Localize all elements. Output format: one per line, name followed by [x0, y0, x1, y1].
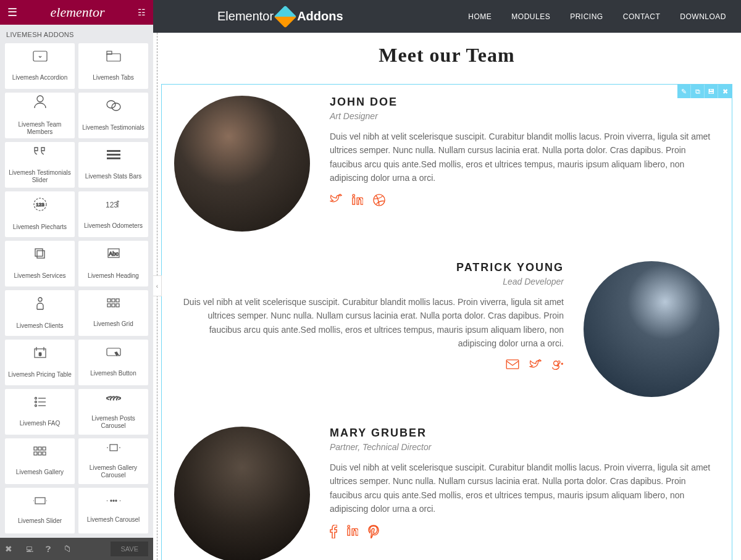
close-icon[interactable]: ✖	[5, 544, 12, 554]
collapse-sidebar-icon[interactable]: ‹	[153, 275, 162, 296]
svg-point-27	[35, 401, 36, 403]
svg-point-28	[35, 405, 36, 407]
widget-item[interactable]: Livemesh Accordion	[5, 43, 75, 89]
linkedin-icon[interactable]	[352, 194, 363, 209]
widget-label: Livemesh Slider	[15, 517, 64, 525]
nav-link[interactable]: HOME	[468, 12, 492, 21]
svg-rect-37	[35, 498, 45, 504]
widget-label: Livemesh Testimonials	[80, 124, 146, 132]
menu-icon[interactable]: ☰	[7, 6, 17, 19]
widget-label: Livemesh Posts Carousel	[78, 415, 148, 430]
member-info: PATRICK YOUNG Lead Developer Duis vel ni…	[174, 261, 564, 397]
widget-item[interactable]: Livemesh Grid	[78, 290, 148, 336]
nav-link[interactable]: PRICING	[570, 12, 603, 21]
heading-icon: Abc	[107, 248, 120, 267]
twitter-icon[interactable]	[529, 359, 542, 374]
gplus-icon[interactable]	[551, 359, 564, 374]
nav-link[interactable]: MODULES	[511, 12, 550, 21]
top-navigation: HOMEMODULESPRICINGCONTACTDOWNLOAD	[468, 12, 726, 21]
svg-point-47	[348, 525, 350, 527]
grid-icon	[107, 298, 120, 316]
linkedin-icon[interactable]	[347, 525, 358, 541]
save-section-icon[interactable]: 💾︎	[705, 85, 718, 98]
widget-item[interactable]: 123Livemesh Piecharts	[5, 191, 75, 237]
nav-link[interactable]: DOWNLOAD	[680, 12, 726, 21]
widget-item[interactable]: Livemesh Testimonials Slider	[5, 142, 75, 188]
widget-label: Livemesh Carousel	[85, 516, 143, 524]
desktop-icon[interactable]: 💻︎	[25, 544, 33, 554]
member-socials	[174, 359, 564, 374]
save-button[interactable]: SAVE	[111, 541, 148, 556]
edit-section-icon[interactable]: ✎	[677, 85, 691, 98]
duplicate-section-icon[interactable]: ⧉	[691, 85, 705, 98]
section-controls: ✎ ⧉ 💾︎ ✖	[677, 85, 732, 98]
widget-item[interactable]: Livemesh Slider	[5, 488, 75, 533]
member-description: Duis vel nibh at velit scelerisque susci…	[330, 130, 719, 185]
twitter-icon[interactable]	[330, 194, 342, 209]
svg-text:Abc: Abc	[109, 251, 119, 257]
widget-item[interactable]: Livemesh Gallery	[5, 438, 75, 484]
widget-label: Livemesh Team Members	[5, 121, 75, 136]
widget-item[interactable]: Livemesh Services	[5, 241, 75, 286]
svg-rect-18	[112, 299, 115, 302]
carousel-icon: <???>	[106, 394, 121, 410]
svg-point-42	[353, 194, 355, 196]
svg-point-4	[107, 101, 115, 108]
nav-link[interactable]: CONTACT	[623, 12, 661, 21]
facebook-icon[interactable]	[330, 525, 337, 541]
member-role: Lead Developer	[174, 277, 564, 286]
svg-point-5	[112, 103, 120, 111]
user-icon	[34, 95, 46, 116]
svg-rect-22	[116, 304, 119, 307]
member-description: Duis vel nibh at velit scelerisque susci…	[330, 461, 719, 516]
widget-item[interactable]: Livemesh Button	[78, 340, 148, 385]
dribbble-icon[interactable]	[373, 194, 385, 209]
svg-rect-36	[110, 445, 117, 451]
widget-item[interactable]: Livemesh Carousel	[78, 488, 148, 533]
widget-label: Livemesh Odometers	[82, 222, 145, 230]
copy-icon	[34, 248, 46, 267]
widget-item[interactable]: Livemesh Clients	[5, 290, 75, 336]
widget-label: Livemesh Services	[12, 272, 69, 280]
help-icon[interactable]: ❓︎	[46, 544, 51, 554]
member-name: JOHN DOE	[330, 96, 719, 109]
tabs-icon	[106, 51, 121, 69]
apps-icon[interactable]: ☷	[138, 7, 146, 17]
widget-item[interactable]: Livemesh Team Members	[5, 93, 75, 138]
widget-item[interactable]: Livemesh FAQ	[5, 389, 75, 435]
folder-icon[interactable]: 📁︎	[63, 544, 72, 554]
elementor-sidebar: ☰ elementor ☷ LIVEMESH ADDONS Livemesh A…	[0, 0, 153, 560]
widget-item[interactable]: Livemesh Gallery Carousel	[78, 438, 148, 484]
delete-section-icon[interactable]: ✖	[718, 85, 732, 98]
widget-label: Livemesh Button	[88, 370, 139, 377]
svg-text:123: 123	[106, 201, 118, 209]
member-name: MARY GRUBER	[330, 427, 719, 440]
widget-item[interactable]: <???>Livemesh Posts Carousel	[78, 389, 148, 435]
widget-label: Livemesh Accordion	[10, 74, 70, 81]
widget-item[interactable]: $Livemesh Pricing Table	[5, 340, 75, 385]
slider-icon	[33, 496, 48, 512]
brand: Elementor Addons	[217, 9, 343, 25]
svg-rect-21	[112, 304, 115, 307]
svg-point-45	[554, 361, 558, 365]
svg-rect-17	[107, 299, 111, 302]
svg-rect-7	[107, 154, 120, 156]
widget-item[interactable]: Livemesh Stats Bars	[78, 142, 148, 188]
svg-rect-19	[116, 299, 119, 302]
accordion-icon	[33, 51, 48, 69]
widget-item[interactable]: Livemesh Testimonials	[78, 93, 148, 138]
widget-item[interactable]: 123Livemesh Odometers	[78, 191, 148, 237]
svg-rect-33	[34, 452, 37, 455]
widget-label: Livemesh Gallery	[14, 469, 66, 476]
svg-rect-1	[107, 54, 120, 61]
brand-text-1: Elementor	[217, 9, 274, 23]
mail-icon[interactable]	[506, 359, 519, 374]
client-icon	[35, 296, 46, 317]
widget-item[interactable]: Livemesh Tabs	[78, 43, 148, 89]
member-socials	[330, 194, 719, 209]
pinterest-icon[interactable]	[368, 525, 379, 541]
svg-rect-30	[34, 447, 37, 450]
team-section[interactable]: ✎ ⧉ 💾︎ ✖ JOHN DOE Art Designer Duis vel …	[161, 84, 732, 560]
widget-item[interactable]: AbcLivemesh Heading	[78, 241, 148, 286]
member-info: JOHN DOE Art Designer Duis vel nibh at v…	[330, 96, 719, 232]
